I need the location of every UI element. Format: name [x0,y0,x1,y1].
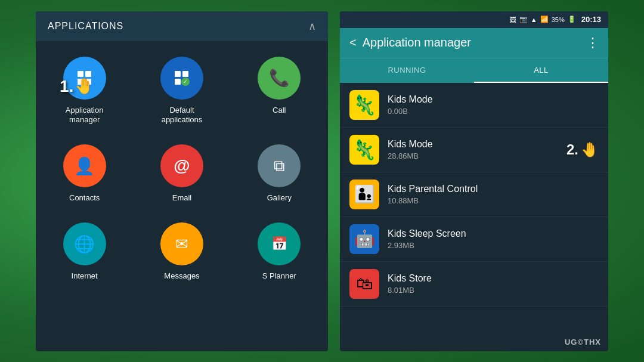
app-item-contacts[interactable]: 👤 Contacts [36,135,133,213]
app-item-messages[interactable]: ✉ Messages [133,213,230,291]
s-planner-label: S Planner [262,271,296,281]
s-planner-icon: 📅 [258,222,301,265]
image-icon: 🖼 [510,16,516,23]
app-manager-label: Applicationmanager [66,106,104,126]
tabs-row: RUNNING ALL [340,58,608,83]
camera-icon: 📷 [519,16,528,23]
applications-title: APPLICATIONS [48,21,123,32]
kids-sleep-icon: 🤖 [349,224,379,254]
left-screen-header: APPLICATIONS ∧ [36,11,328,41]
list-item-kids-mode-1[interactable]: 🦎 Kids Mode 0.00B [340,83,608,128]
app-manager-header: < Application manager ⋮ [340,28,608,58]
gallery-label: Gallery [267,193,292,203]
list-item-kids-parental[interactable]: 👨‍👦 Kids Parental Control 10.88MB [340,172,608,217]
email-label: Email [172,193,192,203]
messages-label: Messages [164,271,199,281]
status-time: 20:13 [581,15,601,24]
app-item-email[interactable]: @ Email [133,135,230,213]
kids-parental-icon: 👨‍👦 [349,180,379,209]
list-item-kids-mode-2[interactable]: 🦎 Kids Mode 28.86MB 2. 🤚 [340,128,608,172]
apps-list: 🦎 Kids Mode 0.00B 🦎 Kids Mode 28.86MB 2.… [340,83,608,307]
kids-mode-2-name: Kids Mode [388,139,562,150]
battery-level: 35% [552,16,565,23]
app-item-gallery[interactable]: ⧉ Gallery [231,135,328,213]
app-item-internet[interactable]: 🌐 Internet [36,213,133,291]
app-item-call[interactable]: 📞 Call [231,47,328,135]
kids-mode-2-info: Kids Mode 28.86MB [388,139,562,160]
screens-container: APPLICATIONS ∧ Applicationmanager 1. 🤚 [24,5,620,357]
kids-sleep-name: Kids Sleep Screen [388,228,599,239]
header-left: < Application manager [349,36,471,49]
kids-mode-1-info: Kids Mode 0.00B [388,94,599,116]
app-item-manager[interactable]: Applicationmanager 1. 🤚 [36,47,133,135]
kids-store-info: Kids Store 8.01MB [388,273,599,295]
list-item-kids-store[interactable]: 🛍 Kids Store 8.01MB [340,262,608,307]
wifi-icon: ▲ [531,16,537,23]
app-manager-icon [63,57,106,100]
battery-icon: 🔋 [568,16,576,23]
internet-icon: 🌐 [63,222,106,265]
kids-mode-1-size: 0.00B [388,107,599,116]
contacts-label: Contacts [69,193,100,203]
step2-number: 2. [566,141,578,158]
left-phone-screen: APPLICATIONS ∧ Applicationmanager 1. 🤚 [36,11,328,351]
call-icon: 📞 [258,57,301,100]
default-apps-icon: ✓ [160,57,203,100]
app-item-default-apps[interactable]: ✓ Defaultapplications [133,47,230,135]
kids-parental-name: Kids Parental Control [388,184,599,194]
internet-label: Internet [72,271,98,281]
more-options-button[interactable]: ⋮ [586,35,599,51]
kids-mode-1-icon: 🦎 [349,90,379,120]
status-bar: 🖼 📷 ▲ 📶 35% 🔋 20:13 [340,11,608,28]
chevron-up-icon[interactable]: ∧ [308,20,316,33]
kids-mode-2-icon: 🦎 [349,135,379,165]
default-apps-label: Defaultapplications [162,106,203,126]
messages-icon: ✉ [160,222,203,265]
watermark: UG©THX [565,338,601,346]
kids-mode-1-name: Kids Mode [388,94,599,105]
right-phone-screen: 🖼 📷 ▲ 📶 35% 🔋 20:13 < Application manage… [340,11,608,351]
call-label: Call [273,106,286,116]
back-button[interactable]: < [349,36,357,49]
step2-hand-icon: 🤚 [581,141,599,158]
email-icon: @ [160,144,203,187]
tab-running[interactable]: RUNNING [340,58,474,83]
kids-sleep-size: 2.93MB [388,241,599,250]
kids-store-name: Kids Store [388,273,599,284]
signal-icon: 📶 [540,16,549,23]
app-manager-title: Application manager [363,36,471,49]
tab-all[interactable]: ALL [474,58,608,83]
kids-store-icon: 🛍 [349,269,379,299]
kids-sleep-info: Kids Sleep Screen 2.93MB [388,228,599,250]
gallery-icon: ⧉ [258,144,301,187]
status-icons: 🖼 📷 ▲ 📶 35% 🔋 20:13 [510,15,601,24]
contacts-icon: 👤 [63,144,106,187]
kids-store-size: 8.01MB [388,286,599,295]
kids-parental-size: 10.88MB [388,196,599,205]
check-overlay-icon: ✓ [181,78,190,86]
kids-mode-2-size: 28.86MB [388,151,562,160]
kids-parental-info: Kids Parental Control 10.88MB [388,184,599,205]
app-item-s-planner[interactable]: 📅 S Planner [231,213,328,291]
apps-grid: Applicationmanager 1. 🤚 ✓ Defaultapplica… [36,41,328,298]
list-item-kids-sleep[interactable]: 🤖 Kids Sleep Screen 2.93MB [340,217,608,262]
